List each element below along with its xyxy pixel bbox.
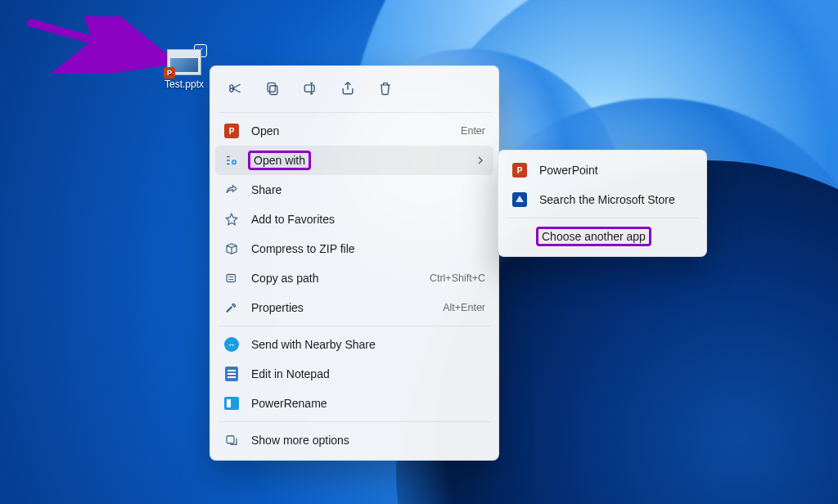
- menu-label: Show more options: [251, 434, 485, 447]
- share-icon: [340, 80, 356, 97]
- annotation-highlight: Choose another app: [536, 227, 651, 246]
- menu-item-open[interactable]: P Open Enter: [215, 116, 493, 146]
- copy-path-icon: [223, 270, 240, 286]
- menu-label: Edit in Notepad: [251, 367, 485, 380]
- menu-label: Open with: [254, 154, 305, 167]
- submenu-item-powerpoint[interactable]: P PowerPoint: [503, 155, 701, 185]
- menu-separator: [219, 421, 490, 422]
- rename-icon: [302, 80, 318, 97]
- submenu-label: PowerPoint: [539, 164, 693, 177]
- menu-item-open-with[interactable]: Open with: [215, 146, 493, 175]
- menu-label: Add to Favorites: [251, 213, 485, 226]
- copy-button[interactable]: [256, 74, 289, 102]
- delete-button[interactable]: [369, 74, 402, 102]
- menu-item-nearby-share[interactable]: Send with Nearby Share: [215, 330, 493, 359]
- ms-store-icon: [511, 191, 528, 208]
- chevron-right-icon: [475, 155, 485, 165]
- desktop-file-item[interactable]: P Test.pptx: [161, 49, 207, 90]
- submenu-item-choose-another[interactable]: Choose another app: [503, 222, 701, 251]
- trash-icon: [377, 80, 394, 97]
- menu-item-more-options[interactable]: Show more options: [215, 425, 493, 455]
- menu-separator: [507, 218, 698, 218]
- menu-label: PowerRename: [251, 397, 485, 410]
- svg-rect-2: [304, 85, 314, 92]
- notepad-icon: [223, 366, 240, 382]
- submenu-label: Choose another app: [542, 230, 646, 243]
- open-with-submenu: P PowerPoint Search the Microsoft Store …: [498, 150, 707, 257]
- menu-label: Share: [251, 183, 485, 196]
- menu-item-zip[interactable]: Compress to ZIP file: [215, 234, 493, 263]
- menu-label: Properties: [251, 301, 431, 314]
- menu-item-power-rename[interactable]: PowerRename: [215, 389, 493, 418]
- star-icon: [223, 211, 240, 227]
- powerpoint-icon: P: [223, 123, 240, 139]
- share-button[interactable]: [331, 74, 364, 102]
- powerpoint-icon: P: [511, 162, 528, 178]
- menu-item-copy-path[interactable]: Copy as path Ctrl+Shift+C: [215, 263, 493, 293]
- svg-rect-0: [270, 86, 277, 95]
- wrench-icon: [223, 299, 240, 316]
- cut-button[interactable]: [219, 74, 251, 102]
- zip-icon: [223, 241, 240, 257]
- menu-label: Copy as path: [251, 272, 418, 285]
- pptx-file-icon: P: [167, 49, 201, 75]
- share-arrow-icon: [223, 182, 240, 198]
- menu-label: Open: [251, 124, 449, 137]
- svg-rect-5: [227, 436, 234, 443]
- scissors-icon: [227, 80, 243, 97]
- more-options-icon: [223, 432, 240, 448]
- menu-label: Compress to ZIP file: [251, 242, 485, 255]
- annotation-highlight: Open with: [248, 151, 311, 170]
- menu-item-favorites[interactable]: Add to Favorites: [215, 205, 493, 234]
- context-toolbar: [215, 71, 493, 109]
- menu-accelerator: Enter: [461, 125, 485, 137]
- menu-accelerator: Alt+Enter: [443, 302, 485, 313]
- file-name-label: Test.pptx: [164, 79, 204, 90]
- open-with-icon: [223, 152, 240, 169]
- svg-rect-4: [227, 275, 236, 282]
- rename-button[interactable]: [294, 74, 327, 102]
- menu-accelerator: Ctrl+Shift+C: [430, 272, 485, 284]
- context-menu: P Open Enter Open with Share Add to Favo…: [210, 65, 499, 461]
- menu-item-notepad[interactable]: Edit in Notepad: [215, 359, 493, 389]
- menu-item-share[interactable]: Share: [215, 175, 493, 205]
- copy-icon: [264, 80, 281, 97]
- menu-separator: [219, 326, 490, 326]
- svg-rect-1: [268, 83, 275, 92]
- menu-item-properties[interactable]: Properties Alt+Enter: [215, 293, 493, 322]
- blank-icon: [511, 228, 528, 245]
- menu-separator: [219, 112, 490, 113]
- menu-label: Send with Nearby Share: [251, 338, 485, 351]
- submenu-label: Search the Microsoft Store: [539, 193, 693, 206]
- nearby-share-icon: [223, 336, 240, 353]
- submenu-item-store[interactable]: Search the Microsoft Store: [503, 185, 701, 214]
- power-rename-icon: [223, 395, 240, 412]
